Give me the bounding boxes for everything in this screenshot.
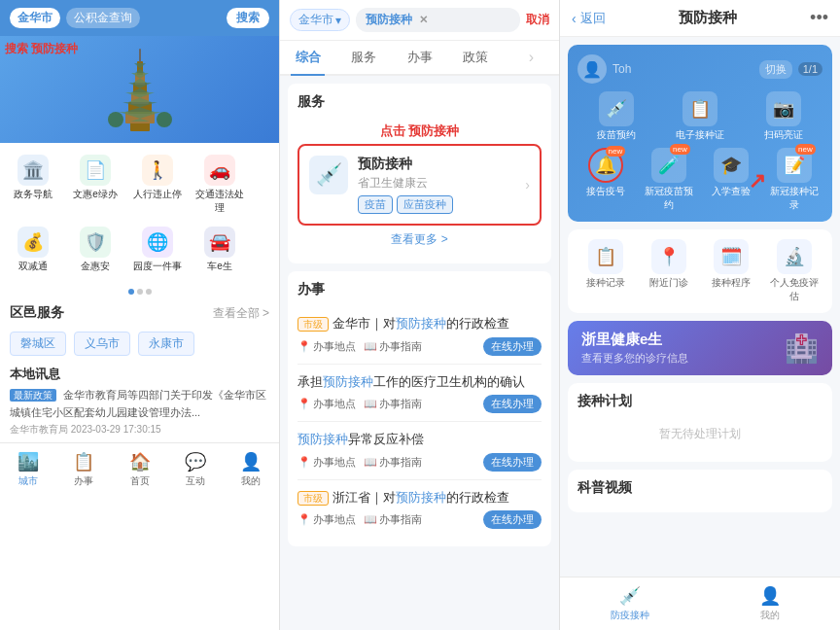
inject-item-immune[interactable]: 🔬 个人免疫评估	[766, 239, 823, 303]
empty-plan-text: 暂无待处理计划	[578, 416, 822, 452]
nav-item-chesheng[interactable]: 🚘 车e生	[191, 223, 249, 277]
nav-label-zhengwu: 政务导航	[14, 188, 52, 201]
m-city-tag[interactable]: 金华市 ▾	[290, 9, 350, 31]
tag-yimiao[interactable]: 疫苗	[358, 195, 393, 214]
vaccine-item-scan[interactable]: 📷 扫码亮证	[745, 91, 822, 142]
nav-icon-jinhuan: 🛡️	[80, 227, 111, 258]
nav-item-shuangjian[interactable]: 💰 双减通	[4, 223, 62, 277]
affair-tag-4: 市级	[298, 491, 329, 506]
tab-more[interactable]: ›	[504, 41, 559, 74]
city-icon: 🏙️	[18, 451, 39, 472]
xinguan-badge: new	[670, 144, 690, 155]
footer-interact[interactable]: 💬 互动	[167, 447, 223, 492]
affair-item-4[interactable]: 市级 浙江省｜对预防接种的行政检查 📍 办事地点 📖 办事指南	[298, 480, 542, 538]
switch-button[interactable]: 切换	[759, 60, 792, 79]
r-footer-vaccine[interactable]: 💉 防疫接种	[560, 581, 700, 626]
left-search-button[interactable]: 搜索	[227, 8, 269, 28]
affair-title-2: 承担预防接种工作的医疗卫生机构的确认	[298, 372, 542, 392]
science-video-section: 科普视频	[568, 470, 832, 512]
vaccine-item-jieyihao[interactable]: 🔔 new 接告疫号	[578, 148, 635, 212]
vaccine-item-xinguan[interactable]: 🧪 new 新冠疫苗预约	[641, 148, 698, 212]
affair-location-1: 📍 办事地点	[298, 339, 356, 354]
svg-marker-13	[134, 63, 146, 73]
injection-grid: 📋 接种记录 📍 附近门诊 🗓️ 接种程序 🔬 个人免疫评估	[578, 239, 822, 303]
district-yongkang[interactable]: 永康市	[138, 332, 194, 356]
inject-immune-icon: 🔬	[777, 239, 812, 274]
nav-label-wenhui: 文惠e绿办	[73, 188, 118, 201]
m-clear-icon[interactable]: ✕	[419, 14, 428, 25]
right-more-button[interactable]: •••	[810, 8, 828, 28]
nav-item-wenhui[interactable]: 📄 文惠e绿办	[66, 151, 124, 219]
affair-action-1[interactable]: 在线办理	[483, 337, 542, 356]
footer-mine[interactable]: 👤 我的	[224, 447, 279, 492]
right-header-back[interactable]: ‹ 返回	[572, 10, 606, 27]
district-pancheng[interactable]: 磐城区	[10, 332, 66, 356]
nav-item-zhengwu[interactable]: 🏛️ 政务导航	[4, 151, 62, 219]
tab-policy[interactable]: 政策	[447, 41, 503, 74]
inject-item-schedule[interactable]: 🗓️ 接种程序	[703, 239, 760, 303]
tab-affairs[interactable]: 办事	[392, 41, 447, 74]
nav-item-jinhuan[interactable]: 🛡️ 金惠安	[66, 223, 124, 277]
service-arrow-icon: ›	[525, 177, 530, 192]
m-search-bar[interactable]: 预防接种 ✕	[356, 8, 520, 32]
record-badge: new	[795, 144, 816, 155]
district-yiwu[interactable]: 义乌市	[74, 332, 130, 356]
nav-item-traffic[interactable]: 🚗 交通违法处理	[191, 151, 249, 219]
district-more[interactable]: 查看全部 >	[213, 305, 269, 322]
affair-title-3: 预防接种异常反应补偿	[298, 430, 542, 449]
location-icon-1: 📍	[298, 340, 311, 353]
tab-comprehensive[interactable]: 综合	[280, 41, 335, 74]
affair-item-2[interactable]: 承担预防接种工作的医疗卫生机构的确认 📍 办事地点 📖 办事指南 在线办理	[298, 365, 542, 423]
service-tags: 疫苗 应苗疫种	[358, 195, 515, 214]
vaccine-cert-icon: 📋	[682, 91, 718, 126]
tag-yingyimiaoxiang[interactable]: 应苗疫种	[397, 195, 453, 214]
affair-meta-3: 📍 办事地点 📖 办事指南 在线办理	[298, 453, 542, 472]
user-avatar: 👤	[578, 54, 607, 84]
affair-item-3[interactable]: 预防接种异常反应补偿 📍 办事地点 📖 办事指南 在线办理	[298, 422, 542, 480]
m-cancel-button[interactable]: 取消	[526, 12, 549, 28]
affair-info-4: 📍 办事地点 📖 办事指南	[298, 512, 422, 527]
gongjijin-btn[interactable]: 公积金查询	[66, 8, 140, 28]
footer-affairs[interactable]: 📋 办事	[55, 447, 111, 492]
health-banner-title: 浙里健康e生	[581, 331, 688, 349]
tab-service[interactable]: 服务	[335, 41, 391, 74]
nav-label-chesheng: 车e生	[207, 260, 232, 273]
city-tag[interactable]: 金华市	[10, 8, 60, 28]
r-footer-mine[interactable]: 👤 我的	[700, 581, 840, 626]
nav-label-xingzou: 人行违止停	[133, 188, 182, 201]
affair-item-1[interactable]: 市级 金华市｜对预防接种的行政检查 📍 办事地点 📖 办事指南	[298, 306, 542, 365]
vaccine-footer-label: 防疫接种	[611, 609, 649, 622]
inject-item-nearby[interactable]: 📍 附近门诊	[641, 239, 698, 303]
affair-action-2[interactable]: 在线办理	[483, 395, 542, 413]
mine-footer-label: 我的	[760, 609, 780, 622]
inject-nearby-icon: 📍	[651, 239, 686, 274]
svg-marker-11	[128, 83, 152, 92]
affair-action-3[interactable]: 在线办理	[483, 453, 542, 472]
record-label: 新冠接种记录	[766, 185, 823, 212]
inject-nearby-label: 附近门诊	[649, 276, 688, 290]
news-item[interactable]: 最新政策 金华市教育局等四部门关于印发《金华市区城镇住宅小区配套幼儿园建设管理办…	[10, 387, 269, 421]
nav-item-yuandu[interactable]: 🌐 园度一件事	[128, 223, 187, 277]
affairs-icon: 📋	[73, 451, 94, 472]
nav-item-xingzou[interactable]: 🚶 人行违止停	[128, 151, 187, 219]
science-video-title: 科普视频	[578, 479, 822, 497]
footer-home[interactable]: 🏠 首页	[112, 447, 167, 492]
vaccine-item-xinguan-record[interactable]: 📝 new 新冠接种记录	[766, 148, 823, 212]
news-time: 2023-03-29 17:30:15	[71, 424, 161, 435]
nav-label-yuandu: 园度一件事	[133, 260, 182, 273]
service-card-vaccine[interactable]: 💉 预防接种 省卫生健康云 疫苗 应苗疫种 ›	[298, 144, 542, 226]
footer-city[interactable]: 🏙️ 城市	[0, 447, 55, 492]
health-banner[interactable]: 浙里健康e生 查看更多您的诊疗信息 🏥	[568, 321, 832, 375]
middle-panel: 金华市 ▾ 预防接种 ✕ 取消 综合 服务 办事 政策 › 服务 点击 预防接种…	[280, 0, 560, 630]
affair-action-4[interactable]: 在线办理	[483, 510, 542, 529]
nav-icon-xingzou: 🚶	[142, 155, 173, 186]
location-icon-4: 📍	[298, 513, 311, 526]
nav-icon-shuangjian: 💰	[18, 227, 49, 258]
vaccine-item-yuyue[interactable]: 💉 疫苗预约	[578, 91, 655, 142]
vaccine-item-zhijiezheng[interactable]: 📋 电子接种证	[661, 91, 739, 142]
m-search-text: 预防接种	[366, 13, 412, 26]
view-more-link[interactable]: 查看更多 >	[298, 226, 542, 254]
inject-item-record[interactable]: 📋 接种记录	[578, 239, 635, 303]
guide-icon-4: 📖	[364, 513, 377, 526]
location-icon-2: 📍	[298, 398, 311, 410]
